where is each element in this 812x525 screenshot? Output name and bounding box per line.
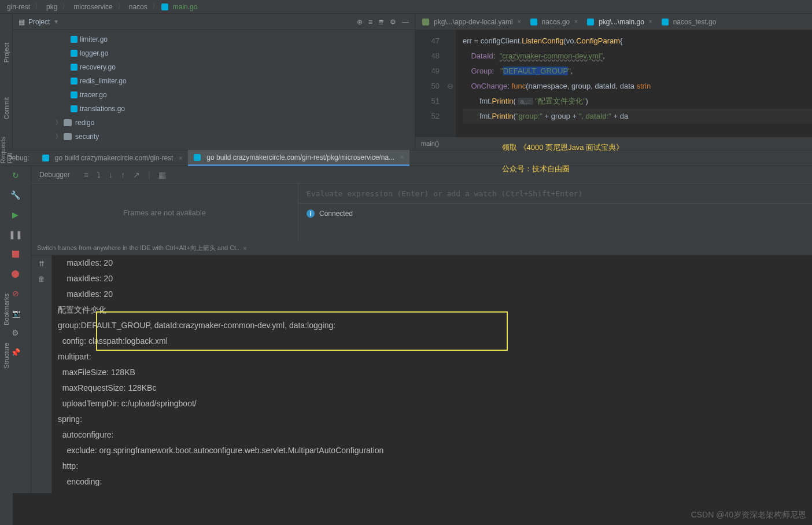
evaluate-icon[interactable]: ▦: [158, 170, 166, 179]
debugger-label[interactable]: Debugger: [31, 171, 78, 179]
debug-tab-active[interactable]: go build crazymakercircle.com/gin-rest/p…: [188, 150, 409, 166]
step-into-icon[interactable]: ↓: [109, 170, 113, 179]
editor-tab-active[interactable]: pkg\...\main.go×: [582, 15, 657, 29]
editor-tab[interactable]: pkg\...\app-dev-local.yaml×: [418, 15, 526, 29]
collapse-icon[interactable]: ≣: [378, 18, 384, 26]
close-icon[interactable]: ×: [518, 19, 521, 25]
run-to-icon[interactable]: ↗: [133, 170, 140, 179]
eval-panel: Evaluate expression (Enter) or add a wat…: [298, 183, 812, 241]
project-tree[interactable]: limiter.go logger.go recovery.go redis_l…: [13, 30, 415, 150]
close-icon[interactable]: ×: [179, 155, 182, 161]
fold-gutter[interactable]: ⊖: [444, 30, 456, 137]
rerun-icon[interactable]: ↻: [11, 171, 20, 180]
tree-folder[interactable]: 〉security: [13, 130, 415, 144]
debug-tab[interactable]: go build crazymakercircle.com/gin-rest×: [36, 150, 189, 166]
code-editor[interactable]: 474849505152 ⊖ err = configClient.Listen…: [415, 30, 812, 137]
breadcrumb: gin-rest〉 pkg〉 microservice〉 nacos〉 main…: [0, 0, 812, 14]
info-icon: i: [307, 210, 315, 218]
locate-icon[interactable]: ⊕: [357, 18, 363, 26]
tree-folder[interactable]: 〉redigo: [13, 116, 415, 130]
stop-icon[interactable]: [11, 249, 20, 259]
close-icon[interactable]: ×: [649, 19, 652, 25]
crumb-3[interactable]: nacos: [127, 3, 150, 11]
overlay-text-2: 公众号：技术自由圈: [502, 164, 570, 174]
resume-icon[interactable]: ▶: [11, 210, 20, 219]
debug-tabs-bar: Debug: go build crazymakercircle.com/gin…: [0, 150, 812, 166]
breakpoints-icon[interactable]: [11, 269, 20, 278]
editor-tabs: pkg\...\app-dev-local.yaml× nacos.go× pk…: [415, 14, 812, 30]
editor-tab[interactable]: nacos_test.go: [657, 15, 721, 29]
step-out-icon[interactable]: ↑: [121, 170, 125, 179]
sidebar-bookmarks[interactable]: Bookmarks: [3, 293, 10, 325]
eval-input[interactable]: Evaluate expression (Enter) or add a wat…: [298, 183, 812, 204]
line-gutter: 474849505152: [415, 30, 444, 137]
hint-bar: Switch frames from anywhere in the IDE w…: [31, 241, 812, 255]
tree-file[interactable]: logger.go: [13, 46, 415, 60]
tools-icon[interactable]: 🔧: [11, 190, 20, 200]
hide-icon[interactable]: —: [402, 18, 409, 26]
overlay-text-1: 领取 《4000 页尼恩Java 面试宝典》: [502, 142, 623, 153]
tree-file[interactable]: limiter.go: [13, 32, 415, 46]
bottom-left-sidebar: Bookmarks Structure: [0, 282, 13, 525]
layout-icon[interactable]: ≡: [84, 170, 88, 179]
sidebar-commit[interactable]: Commit: [3, 97, 10, 119]
tree-file[interactable]: redis_limiter.go: [13, 74, 415, 88]
close-icon[interactable]: ×: [243, 245, 246, 252]
up-icon[interactable]: ⇈: [39, 260, 45, 268]
tree-file[interactable]: translations.go: [13, 102, 415, 116]
code-panel: pkg\...\app-dev-local.yaml× nacos.go× pk…: [415, 14, 812, 150]
settings-icon[interactable]: ⚙: [390, 18, 396, 26]
tree-file[interactable]: tracer.go: [13, 88, 415, 102]
crumb-file[interactable]: main.go: [171, 3, 200, 11]
sidebar-project[interactable]: Project: [3, 43, 10, 63]
crumb-2[interactable]: microservice: [71, 3, 115, 11]
console-tools: ⇈ 🗑: [31, 255, 52, 493]
console-output[interactable]: maxIdles: 20 maxIdles: 20 maxIdles: 20 配…: [52, 255, 812, 493]
left-tool-sidebar: Project Commit Pull Requests: [0, 14, 13, 150]
crumb-1[interactable]: pkg: [44, 3, 60, 11]
project-panel: ▦ Project ▼ ⊕ ≡ ≣ ⚙ — limiter.go logger.…: [13, 14, 415, 150]
trash-icon[interactable]: 🗑: [38, 275, 45, 283]
connected-status: i Connected: [298, 204, 812, 223]
watermark: CSDN @40岁资深老架构师尼恩: [691, 510, 806, 520]
editor-tab[interactable]: nacos.go×: [526, 15, 583, 29]
close-icon[interactable]: ×: [574, 19, 578, 25]
sidebar-pull-requests[interactable]: Pull Requests: [0, 137, 13, 163]
tree-file[interactable]: recovery.go: [13, 60, 415, 74]
project-title[interactable]: Project: [28, 18, 50, 26]
crumb-0[interactable]: gin-rest: [5, 3, 32, 11]
step-over-icon[interactable]: ⤵: [97, 170, 101, 179]
frames-panel: Frames are not available: [31, 183, 298, 241]
sidebar-structure[interactable]: Structure: [3, 343, 10, 369]
close-icon[interactable]: ×: [400, 154, 404, 160]
pause-icon[interactable]: ❚❚: [11, 230, 20, 239]
expand-icon[interactable]: ≡: [368, 18, 372, 26]
go-icon: [161, 3, 168, 10]
